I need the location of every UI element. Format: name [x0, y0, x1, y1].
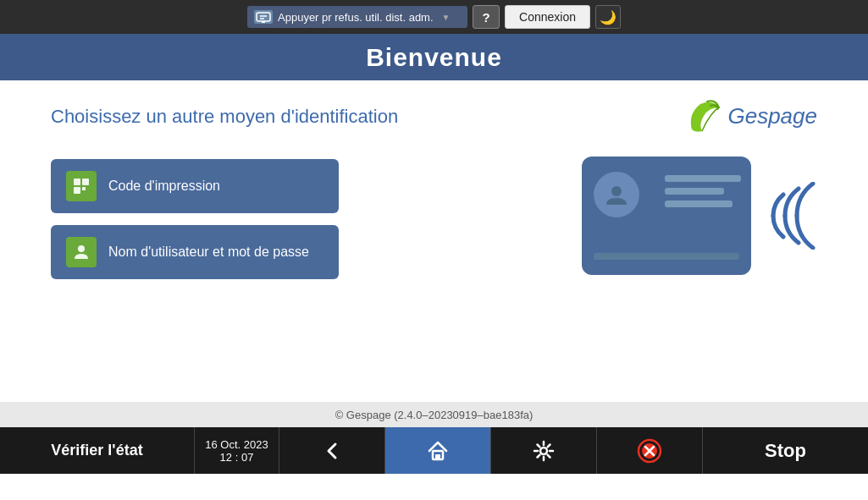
- verify-status-label: Vérifier l'état: [51, 442, 142, 459]
- back-button[interactable]: [279, 427, 385, 474]
- username-password-icon: [66, 237, 97, 267]
- page-title: Bienvenue: [366, 43, 502, 72]
- svg-point-9: [611, 186, 622, 196]
- gespage-leaf-icon: [683, 97, 726, 135]
- connexion-label: Connexion: [519, 10, 576, 24]
- stop-label: Stop: [765, 440, 806, 462]
- svg-rect-11: [435, 454, 440, 459]
- card-line-1: [665, 175, 741, 182]
- home-icon: [426, 439, 450, 463]
- stop-circle-icon: [636, 437, 663, 464]
- username-password-button[interactable]: Nom d'utilisateur et mot de passe: [51, 225, 339, 279]
- settings-button[interactable]: [491, 427, 597, 474]
- copyright-text: © Gespage (2.4.0–20230919–bae183fa): [335, 409, 534, 421]
- stop-icon-button[interactable]: [597, 427, 703, 474]
- code-impression-icon: [66, 171, 97, 201]
- top-bar-left: Appuyer pr refus. util. dist. adm. ▼ ? C…: [8, 5, 860, 29]
- svg-point-8: [78, 245, 85, 252]
- nfc-card-area: [582, 157, 817, 275]
- date-text: 16 Oct. 2023: [205, 438, 268, 451]
- card-line-bottom: [594, 253, 739, 260]
- remote-label: Appuyer pr refus. util. dist. adm.: [278, 11, 434, 24]
- avatar-icon: [603, 181, 630, 208]
- remote-admin-button[interactable]: Appuyer pr refus. util. dist. adm. ▼: [247, 6, 467, 28]
- gespage-logo: Gespage: [683, 97, 817, 135]
- title-bar: Bienvenue: [0, 34, 868, 80]
- subtitle-row: Choisissez un autre moyen d'identificati…: [51, 97, 817, 135]
- card-lines: [665, 175, 741, 207]
- svg-rect-3: [262, 21, 265, 23]
- nfc-wave-icon: [766, 182, 817, 250]
- night-mode-button[interactable]: 🌙: [595, 5, 621, 29]
- svg-point-12: [540, 448, 547, 454]
- connexion-button[interactable]: Connexion: [505, 5, 590, 29]
- time-text: 12 : 07: [220, 451, 254, 464]
- auth-buttons-container: Code d'impression Nom d'utilisateur et m…: [51, 159, 339, 279]
- code-impression-button[interactable]: Code d'impression: [51, 159, 339, 213]
- bottom-bar: Vérifier l'état 16 Oct. 2023 12 : 07 Sto…: [0, 427, 868, 474]
- card-line-3: [665, 201, 733, 207]
- svg-rect-6: [82, 179, 89, 185]
- svg-rect-5: [74, 187, 80, 194]
- svg-rect-4: [74, 179, 80, 185]
- dropdown-arrow-icon: ▼: [442, 13, 451, 22]
- main-content: Choisissez un autre moyen d'identificati…: [0, 80, 868, 402]
- back-icon: [320, 439, 344, 463]
- card-line-2: [665, 188, 724, 195]
- subtitle-text: Choisissez un autre moyen d'identificati…: [51, 106, 398, 128]
- settings-icon: [532, 439, 556, 463]
- top-bar: Appuyer pr refus. util. dist. adm. ▼ ? C…: [0, 0, 868, 34]
- stop-button[interactable]: Stop: [703, 427, 868, 474]
- svg-rect-0: [257, 13, 270, 21]
- help-button[interactable]: ?: [473, 5, 500, 29]
- gespage-logo-text: Gespage: [727, 103, 817, 129]
- nfc-waves: [766, 182, 817, 250]
- datetime-display: 16 Oct. 2023 12 : 07: [195, 427, 279, 474]
- remote-icon: [254, 10, 273, 24]
- night-icon: 🌙: [600, 9, 616, 25]
- svg-rect-7: [82, 187, 86, 190]
- username-password-label: Nom d'utilisateur et mot de passe: [108, 245, 309, 260]
- code-impression-label: Code d'impression: [108, 179, 220, 194]
- footer-info: © Gespage (2.4.0–20230919–bae183fa): [0, 402, 868, 427]
- id-card: [582, 157, 751, 275]
- help-label: ?: [482, 10, 489, 25]
- card-avatar: [594, 172, 639, 217]
- home-button[interactable]: [385, 427, 491, 474]
- verify-status-button[interactable]: Vérifier l'état: [0, 427, 195, 474]
